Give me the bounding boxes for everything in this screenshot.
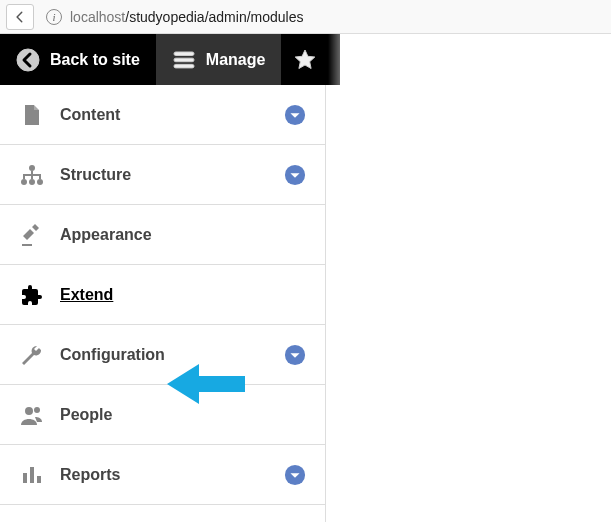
- svg-point-5: [29, 165, 35, 171]
- svg-rect-2: [174, 58, 194, 62]
- overflow-fade: [328, 34, 340, 85]
- arrow-left-icon: [13, 10, 27, 24]
- menu-item-label: Extend: [60, 286, 307, 304]
- chevron-down-icon[interactable]: [283, 463, 307, 487]
- svg-point-12: [34, 407, 40, 413]
- url-bar[interactable]: i localhost/studyopedia/admin/modules: [40, 4, 605, 30]
- svg-rect-15: [37, 476, 41, 483]
- browser-bar: i localhost/studyopedia/admin/modules: [0, 0, 611, 34]
- menu-item-label: Structure: [60, 166, 267, 184]
- svg-point-0: [17, 49, 39, 71]
- menu-item-reports[interactable]: Reports: [0, 445, 325, 505]
- bar-chart-icon: [20, 463, 44, 487]
- back-to-site-label: Back to site: [50, 51, 140, 69]
- admin-menu: Content Structure Appearance Extend Conf…: [0, 85, 326, 522]
- shortcuts-button[interactable]: [281, 34, 327, 85]
- url-text: localhost/studyopedia/admin/modules: [70, 9, 304, 25]
- menu-item-people[interactable]: People: [0, 385, 325, 445]
- menu-item-label: Reports: [60, 466, 267, 484]
- wrench-icon: [20, 343, 44, 367]
- svg-point-6: [21, 179, 27, 185]
- menu-item-label: Content: [60, 106, 267, 124]
- svg-rect-14: [30, 467, 34, 483]
- svg-point-8: [37, 179, 43, 185]
- back-to-site-button[interactable]: Back to site: [0, 34, 156, 85]
- circle-arrow-left-icon: [16, 48, 40, 72]
- hamburger-icon: [172, 48, 196, 72]
- hierarchy-icon: [20, 163, 44, 187]
- svg-point-7: [29, 179, 35, 185]
- menu-item-content[interactable]: Content: [0, 85, 325, 145]
- chevron-down-icon[interactable]: [283, 103, 307, 127]
- menu-item-help[interactable]: ? Help: [0, 505, 325, 522]
- menu-item-extend[interactable]: Extend: [0, 265, 325, 325]
- svg-point-11: [25, 407, 33, 415]
- admin-toolbar: Back to site Manage: [0, 34, 340, 85]
- document-icon: [20, 103, 44, 127]
- chevron-down-icon[interactable]: [283, 163, 307, 187]
- menu-item-label: Appearance: [60, 226, 307, 244]
- menu-item-label: Configuration: [60, 346, 267, 364]
- menu-item-configuration[interactable]: Configuration: [0, 325, 325, 385]
- chevron-down-icon[interactable]: [283, 343, 307, 367]
- menu-item-label: People: [60, 406, 307, 424]
- browser-back-button[interactable]: [6, 4, 34, 30]
- svg-rect-3: [174, 64, 194, 68]
- people-icon: [20, 403, 44, 427]
- gavel-icon: [20, 223, 44, 247]
- menu-item-appearance[interactable]: Appearance: [0, 205, 325, 265]
- manage-button[interactable]: Manage: [156, 34, 282, 85]
- star-icon: [293, 48, 317, 72]
- menu-item-structure[interactable]: Structure: [0, 145, 325, 205]
- svg-rect-1: [174, 52, 194, 56]
- info-icon: i: [46, 9, 62, 25]
- manage-label: Manage: [206, 51, 266, 69]
- puzzle-icon: [20, 283, 44, 307]
- svg-rect-13: [23, 473, 27, 483]
